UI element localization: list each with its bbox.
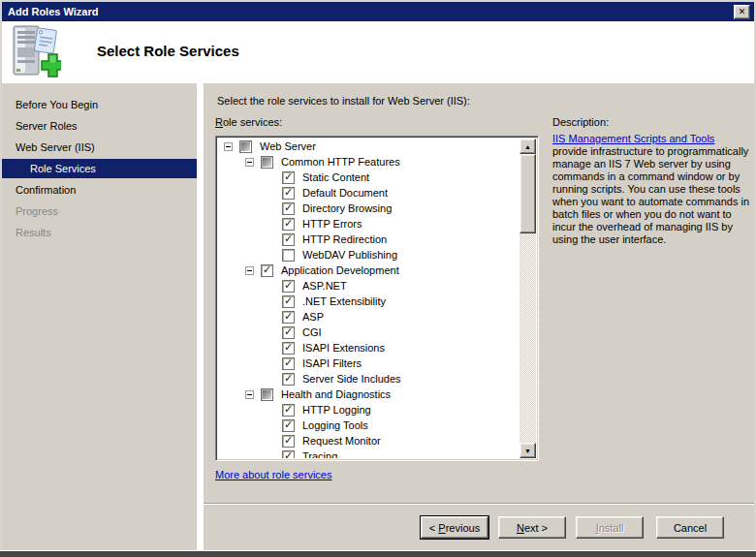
tree-item-label: Tracing (302, 450, 337, 458)
footer-separator (204, 503, 754, 505)
next-button[interactable]: Next > (498, 516, 566, 539)
sidebar-divider (197, 83, 204, 550)
tree-row[interactable]: .NET Extensibility (218, 294, 520, 309)
sidebar-item-results: Results (2, 223, 197, 242)
collapse-toggle-icon[interactable] (245, 390, 254, 399)
tree-item-label: ISAPI Extensions (302, 342, 385, 354)
tree-item-label: Server Side Includes (302, 373, 401, 385)
tree-row[interactable]: Default Document (218, 185, 520, 201)
tree-item-label: Default Document (302, 187, 388, 199)
checkbox-checked[interactable] (282, 419, 295, 432)
previous-button[interactable]: < Previous (421, 516, 488, 539)
window-title: Add Roles Wizard (8, 6, 734, 17)
collapse-toggle-icon[interactable] (245, 158, 254, 167)
sidebar-nav: Before You BeginServer RolesWeb Server (… (2, 83, 197, 550)
tree-row[interactable]: HTTP Logging (218, 402, 520, 418)
checkbox-checked[interactable] (282, 357, 295, 370)
description-text: provide infrastructure to programmatical… (552, 145, 749, 245)
window-bottom-edge (0, 550, 756, 557)
tree-row[interactable]: Health and Diagnostics (218, 387, 520, 402)
checkbox-checked[interactable] (282, 187, 295, 200)
add-roles-wizard-window: Add Roles Wizard ✕ (0, 0, 756, 557)
tree-row[interactable]: Common HTTP Features (218, 154, 520, 170)
tree-item-label: Application Development (281, 264, 399, 276)
tree-row[interactable]: Request Monitor (218, 433, 520, 449)
tree-item-label: ASP (302, 311, 324, 323)
checkbox-checked[interactable] (282, 311, 295, 324)
tree-row[interactable]: ASP (218, 309, 520, 325)
tree-row[interactable]: WebDAV Publishing (218, 247, 520, 263)
checkbox-checked[interactable] (282, 295, 295, 308)
checkbox-checked[interactable] (282, 450, 295, 459)
tree-rows: Web ServerCommon HTTP FeaturesStatic Con… (218, 139, 520, 458)
tree-item-label: HTTP Errors (302, 218, 362, 230)
close-icon[interactable]: ✕ (734, 5, 750, 19)
scroll-up-icon[interactable]: ▲ (520, 139, 536, 154)
tree-row[interactable]: ISAPI Extensions (218, 340, 520, 356)
tree-row[interactable]: Directory Browsing (218, 201, 520, 216)
tree-item-label: CGI (302, 326, 322, 338)
wizard-buttons: < Previous Next > Install Cancel (421, 516, 724, 539)
checkbox-unchecked[interactable] (282, 249, 295, 262)
sidebar-item-before-you-begin[interactable]: Before You Begin (2, 95, 197, 114)
role-services-tree[interactable]: Web ServerCommon HTTP FeaturesStatic Con… (215, 136, 539, 461)
sidebar-item-progress: Progress (2, 201, 197, 221)
tree-item-label: Directory Browsing (302, 202, 392, 214)
collapse-toggle-icon[interactable] (245, 266, 254, 275)
tree-item-label: Health and Diagnostics (281, 388, 391, 400)
checkbox-partial[interactable] (239, 140, 252, 153)
description-panel: Description: IIS Management Scripts and … (552, 116, 750, 246)
instruction-text: Select the role services to install for … (217, 95, 470, 107)
checkbox-checked[interactable] (282, 326, 295, 339)
install-button[interactable]: Install (576, 516, 644, 539)
tree-item-label: HTTP Redirection (302, 233, 387, 245)
collapse-toggle-icon[interactable] (224, 142, 233, 151)
tree-row[interactable]: CGI (218, 325, 520, 340)
checkbox-partial[interactable] (261, 156, 273, 169)
tree-scrollbar[interactable]: ▲ ▼ (520, 139, 536, 458)
cancel-button[interactable]: Cancel (656, 516, 724, 539)
sidebar-item-confirmation[interactable]: Confirmation (2, 180, 197, 200)
server-add-icon (9, 24, 61, 80)
tree-row[interactable]: Server Side Includes (218, 371, 520, 387)
scrollbar-thumb[interactable] (520, 154, 536, 233)
sidebar-item-server-roles[interactable]: Server Roles (2, 116, 197, 136)
tree-item-label: .NET Extensibility (302, 295, 386, 307)
iis-management-scripts-link[interactable]: IIS Management Scripts and Tools (552, 133, 714, 144)
main-panel: Select the role services to install for … (204, 83, 754, 550)
checkbox-checked[interactable] (282, 280, 295, 293)
wizard-header: Select Role Services (2, 21, 754, 83)
sidebar-item-role-services[interactable]: Role Services (2, 159, 197, 178)
tree-item-label: Web Server (260, 140, 316, 152)
checkbox-checked[interactable] (282, 202, 295, 215)
role-services-label: Role services: (215, 116, 282, 128)
checkbox-checked[interactable] (282, 218, 295, 231)
tree-item-label: Logging Tools (302, 419, 368, 431)
tree-row[interactable]: HTTP Redirection (218, 232, 520, 247)
tree-row[interactable]: ISAPI Filters (218, 356, 520, 371)
checkbox-checked[interactable] (282, 233, 295, 246)
tree-row[interactable]: Tracing (218, 449, 520, 458)
checkbox-checked[interactable] (282, 404, 295, 417)
checkbox-checked[interactable] (261, 264, 273, 277)
tree-item-label: ISAPI Filters (302, 357, 362, 369)
checkbox-checked[interactable] (282, 435, 295, 448)
tree-row[interactable]: Web Server (218, 139, 520, 154)
sidebar-item-web-server-iis[interactable]: Web Server (IIS) (2, 138, 197, 157)
scroll-down-icon[interactable]: ▼ (520, 443, 536, 458)
tree-row[interactable]: HTTP Errors (218, 216, 520, 232)
checkbox-checked[interactable] (282, 171, 295, 184)
titlebar[interactable]: Add Roles Wizard ✕ (2, 2, 754, 21)
tree-item-label: WebDAV Publishing (302, 249, 397, 261)
tree-row[interactable]: ASP.NET (218, 278, 520, 294)
checkbox-checked[interactable] (282, 342, 295, 355)
tree-item-label: Request Monitor (302, 435, 381, 447)
wizard-body: Before You BeginServer RolesWeb Server (… (2, 83, 754, 550)
more-about-role-services-link[interactable]: More about role services (215, 469, 331, 480)
tree-row[interactable]: Application Development (218, 263, 520, 278)
tree-row[interactable]: Static Content (218, 170, 520, 185)
checkbox-checked[interactable] (282, 373, 295, 386)
tree-row[interactable]: Logging Tools (218, 418, 520, 433)
tree-item-label: Common HTTP Features (281, 156, 400, 168)
checkbox-partial[interactable] (261, 388, 273, 401)
